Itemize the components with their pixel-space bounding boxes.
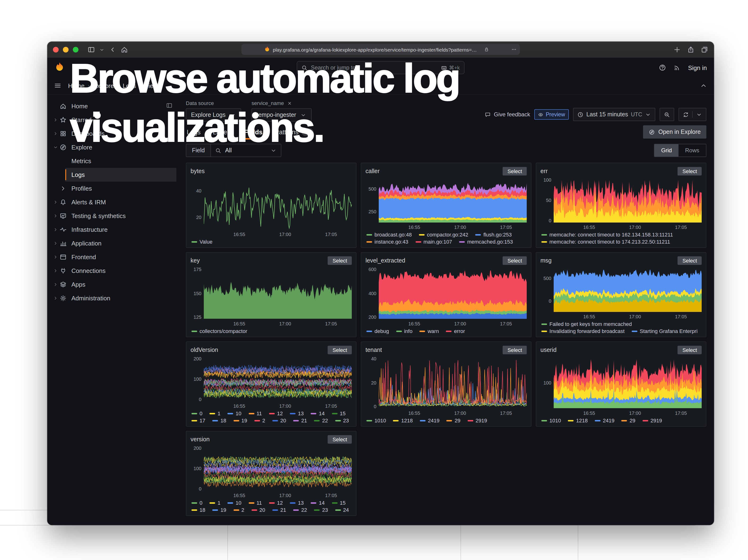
legend-item[interactable]: 13 (290, 411, 304, 416)
legend-item[interactable]: memcache: connect timeout to 162.134.158… (541, 232, 673, 237)
sidebar-item-metrics[interactable]: Metrics (52, 154, 177, 168)
chart[interactable] (204, 267, 352, 321)
chart[interactable] (554, 177, 702, 224)
help-icon[interactable] (659, 64, 667, 71)
sidebar-item-connections[interactable]: Connections (52, 264, 177, 278)
legend-item[interactable]: 11 (249, 411, 262, 416)
view-option-rows[interactable]: Rows (678, 144, 706, 157)
sign-in-link[interactable]: Sign in (688, 64, 707, 71)
select-button[interactable]: Select (503, 346, 527, 354)
legend-item[interactable]: flush.go:253 (475, 232, 512, 237)
zoom-window-button[interactable] (73, 47, 78, 52)
legend-item[interactable]: 17 (191, 418, 206, 423)
legend-item[interactable]: 24 (335, 507, 349, 513)
time-range-picker[interactable]: Last 15 minutes UTC (573, 108, 655, 121)
select-button[interactable]: Select (678, 256, 702, 265)
legend-item[interactable]: memcache: connect timeout to 174.213.22.… (541, 239, 670, 244)
sidebar-item-apps[interactable]: Apps (52, 278, 177, 291)
legend-item[interactable]: 1010 (367, 418, 386, 423)
page-more-options-icon[interactable] (511, 46, 517, 52)
legend-item[interactable]: Value (191, 239, 213, 244)
legend-item[interactable]: 11 (249, 500, 262, 506)
chart[interactable] (379, 177, 527, 224)
legend-item[interactable]: Starting Grafana Enterpri (632, 328, 698, 334)
legend-item[interactable]: 18 (213, 418, 227, 423)
legend-item[interactable]: 1 (209, 411, 220, 416)
chart[interactable] (554, 267, 702, 313)
legend-item[interactable]: 0 (191, 411, 202, 416)
chart[interactable] (554, 356, 702, 410)
legend-item[interactable]: 14 (311, 500, 325, 506)
legend-item[interactable]: 22 (293, 507, 307, 513)
sidebar-item-profiles[interactable]: Profiles (52, 182, 177, 195)
select-button[interactable]: Select (503, 167, 527, 176)
legend-item[interactable]: compactor.go:242 (419, 232, 468, 237)
legend-item[interactable]: 23 (335, 418, 349, 423)
select-button[interactable]: Select (328, 256, 352, 265)
legend-item[interactable]: 10 (228, 411, 241, 416)
legend-item[interactable]: Failed to get keys from memcached (541, 321, 632, 327)
news-icon[interactable] (674, 64, 681, 71)
sidebar-item-logs[interactable]: Logs (52, 168, 177, 182)
legend-item[interactable]: 20 (272, 418, 286, 423)
legend-item[interactable]: 1 (209, 500, 220, 506)
chart[interactable] (204, 446, 352, 492)
legend-item[interactable]: 2 (233, 507, 244, 513)
sidebar-item-infrastructure[interactable]: Infrastructure (52, 223, 177, 236)
legend-item[interactable]: info (396, 328, 413, 334)
select-button[interactable]: Select (328, 346, 352, 354)
back-button[interactable] (109, 46, 116, 53)
legend-item[interactable]: 15 (332, 500, 346, 506)
tab-group-chevron-icon[interactable] (99, 47, 104, 52)
sidebar-item-testing-synthetics[interactable]: Testing & synthetics (52, 209, 177, 223)
tab-overview-button[interactable] (701, 46, 708, 53)
select-button[interactable]: Select (678, 346, 702, 354)
legend-item[interactable]: 19 (213, 507, 227, 513)
legend-item[interactable]: 1218 (393, 418, 413, 423)
legend-item[interactable]: main.go:107 (415, 239, 452, 244)
grafana-logo[interactable] (54, 62, 65, 74)
legend-item[interactable]: error (446, 328, 465, 334)
legend-item[interactable]: 18 (191, 507, 206, 513)
legend-item[interactable]: 0 (191, 500, 202, 506)
legend-item[interactable]: 21 (293, 418, 307, 423)
view-option-grid[interactable]: Grid (655, 144, 678, 157)
new-tab-button[interactable] (673, 46, 681, 53)
legend-item[interactable]: warn (420, 328, 439, 334)
legend-item[interactable]: 2919 (642, 418, 662, 423)
give-feedback-link[interactable]: Give feedback (485, 111, 530, 118)
sidebar-item-alerts-irm[interactable]: Alerts & IRM (52, 195, 177, 209)
select-button[interactable]: Select (503, 256, 527, 265)
legend-item[interactable]: debug (367, 328, 389, 334)
legend-item[interactable]: 2419 (595, 418, 614, 423)
address-bar[interactable]: play.grafana.org/a/grafana-lokiexplore-a… (241, 44, 520, 55)
legend-item[interactable]: instance.go:43 (367, 239, 408, 244)
chart[interactable] (379, 267, 527, 321)
close-window-button[interactable] (53, 47, 59, 52)
select-button[interactable]: Select (328, 435, 352, 444)
chart[interactable] (204, 356, 352, 403)
legend-item[interactable]: 12 (269, 411, 283, 416)
sidebar-item-administration[interactable]: Administration (52, 291, 177, 305)
open-in-explore-button[interactable]: Open in Explore (643, 125, 706, 139)
legend-item[interactable]: 22 (314, 418, 328, 423)
legend-item[interactable]: 13 (290, 500, 304, 506)
minimize-window-button[interactable] (63, 47, 69, 52)
legend-item[interactable]: broadcast.go:48 (367, 232, 412, 237)
chart[interactable] (204, 177, 352, 231)
collapse-controls-icon[interactable] (700, 82, 707, 89)
legend-item[interactable]: Invalidating forwarded broadcast (541, 328, 625, 334)
legend-item[interactable]: 12 (269, 500, 283, 506)
legend-item[interactable]: 21 (272, 507, 286, 513)
legend-item[interactable]: 2419 (420, 418, 440, 423)
legend-item[interactable]: memcached.go:153 (459, 239, 513, 244)
sidebar-item-application[interactable]: Application (52, 236, 177, 250)
browser-sidebar-toggle-icon[interactable] (88, 46, 95, 53)
legend-item[interactable]: 1010 (541, 418, 561, 423)
browser-home-button[interactable] (121, 46, 128, 53)
legend-item[interactable]: 20 (251, 507, 265, 513)
legend-item[interactable]: 10 (228, 500, 241, 506)
share-button[interactable] (687, 46, 695, 53)
zoom-out-button[interactable] (660, 108, 674, 121)
legend-item[interactable]: 23 (314, 507, 328, 513)
